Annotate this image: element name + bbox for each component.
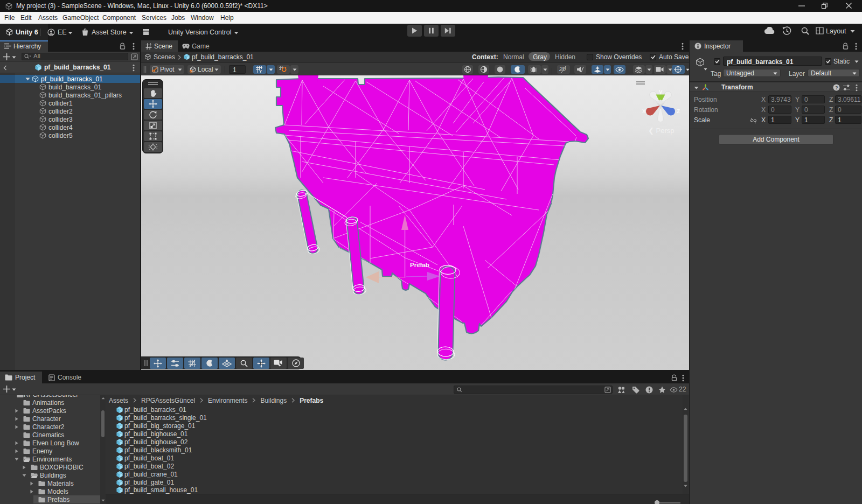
svg-text:x: x <box>642 107 646 115</box>
svg-text:z: z <box>677 107 680 115</box>
svg-text:?: ? <box>835 85 838 90</box>
svg-text:Y: Y <box>259 69 262 73</box>
svg-text:Prefab: Prefab <box>410 262 429 268</box>
svg-text:y: y <box>659 87 663 95</box>
